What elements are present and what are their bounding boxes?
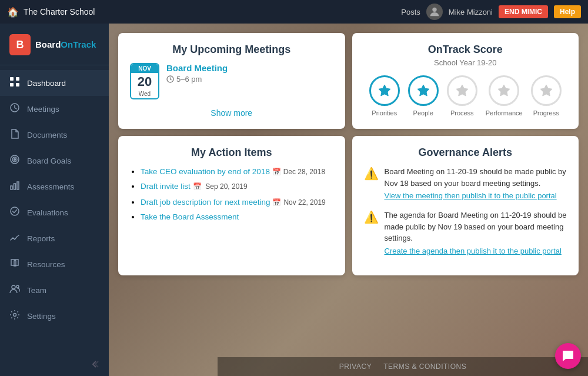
score-circle-people — [408, 75, 439, 106]
score-item-process: Process — [447, 75, 477, 117]
svg-marker-20 — [417, 85, 429, 96]
chat-icon — [562, 350, 574, 362]
sidebar-item-settings[interactable]: Settings — [0, 303, 109, 329]
user-name[interactable]: Mike Mizzoni — [449, 8, 493, 16]
gear-icon — [9, 310, 20, 322]
star-empty-3 — [455, 84, 469, 98]
chart-bar-icon — [9, 180, 20, 193]
warning-icon-1: ⚠️ — [364, 167, 379, 200]
svg-text:B: B — [16, 39, 24, 51]
ontrack-score-card: OnTrack Score School Year 19-20 Prioriti… — [352, 33, 579, 129]
alert-link-2[interactable]: Create the agenda then publish it to the… — [385, 247, 567, 255]
calendar-icon-3: 📅 — [272, 198, 281, 207]
upcoming-meetings-card: My Upcoming Meetings NOV 20 Wed Board Me… — [118, 33, 345, 129]
alert-item-2: ⚠️ The agenda for Board Meeting on 11-20… — [364, 209, 567, 255]
action-items-title: My Action Items — [130, 147, 333, 159]
sidebar-item-evaluations[interactable]: Evaluations — [0, 199, 109, 225]
score-circle-progress — [531, 75, 562, 106]
score-item-performance: Performance — [486, 75, 523, 117]
score-item-priorities: Priorities — [369, 75, 400, 117]
top-nav-right: Posts Mike Mizzoni END MIMIC Help — [401, 4, 581, 20]
sidebar-item-assessments[interactable]: Assessments — [0, 174, 109, 199]
svg-marker-23 — [540, 85, 552, 96]
ontrack-score-title: OnTrack Score — [364, 44, 567, 56]
logo-icon: B — [9, 34, 31, 55]
sidebar-label-team: Team — [27, 286, 46, 295]
svg-rect-3 — [10, 77, 14, 81]
posts-link[interactable]: Posts — [401, 8, 420, 16]
sidebar-item-meetings[interactable]: Meetings — [0, 96, 109, 122]
action-items-card: My Action Items Take CEO evaluation by e… — [118, 136, 345, 275]
cal-month: NOV — [131, 64, 158, 73]
users-icon — [9, 284, 20, 297]
help-button[interactable]: Help — [554, 5, 581, 18]
score-label-people: People — [413, 109, 433, 117]
logo-area: B BoardOnTrack — [0, 29, 109, 65]
score-label-performance: Performance — [486, 109, 523, 117]
content-area: My Upcoming Meetings NOV 20 Wed Board Me… — [109, 24, 588, 376]
action-link-4[interactable]: Take the Board Assessment — [141, 212, 239, 221]
top-nav-left: 🏠 The Charter School — [7, 6, 95, 18]
sidebar: B BoardOnTrack Dashboard Meetings — [0, 24, 109, 376]
main-layout: B BoardOnTrack Dashboard Meetings — [0, 24, 588, 376]
avatar — [426, 4, 443, 20]
top-navigation: 🏠 The Charter School Posts Mike Mizzoni … — [0, 0, 588, 24]
score-label-priorities: Priorities — [372, 109, 397, 117]
action-date-text-2: Sep 20, 2019 — [205, 182, 247, 191]
chat-bubble-button[interactable] — [555, 343, 581, 369]
sidebar-label-board-goals: Board Goals — [27, 157, 71, 165]
svg-point-15 — [12, 285, 15, 289]
sidebar-label-documents: Documents — [27, 131, 67, 139]
clock-icon — [9, 102, 20, 115]
sidebar-item-dashboard[interactable]: Dashboard — [0, 70, 109, 96]
terms-link[interactable]: TERMS & CONDITIONS — [383, 362, 466, 371]
meeting-item: NOV 20 Wed Board Meeting 5–6 pm — [130, 63, 333, 99]
alert-content-1: Board Meeting on 11-20-19 should be made… — [385, 166, 567, 200]
alert-link-1[interactable]: View the meeting then publish it to the … — [385, 191, 567, 200]
calendar-badge: NOV 20 Wed — [130, 63, 159, 99]
governance-alerts-card: Governance Alerts ⚠️ Board Meeting on 11… — [352, 136, 579, 275]
svg-point-16 — [16, 285, 19, 288]
collapse-sidebar-button[interactable] — [0, 352, 109, 376]
score-item-progress: Progress — [531, 75, 562, 117]
action-date-text-1: Dec 28, 2018 — [283, 168, 325, 176]
target-icon — [9, 154, 20, 167]
alert-text-2: The agenda for Board Meeting on 11-20-19… — [385, 211, 567, 242]
meeting-details: Board Meeting 5–6 pm — [166, 63, 333, 84]
sidebar-item-resources[interactable]: Resources — [0, 251, 109, 277]
score-item-people: People — [408, 75, 439, 117]
action-link-1[interactable]: Take CEO evaluation by end of 2018 — [141, 167, 270, 176]
privacy-link[interactable]: PRIVACY — [339, 362, 372, 371]
school-name: The Charter School — [24, 7, 95, 16]
list-item: Draft job description for next meeting 📅… — [141, 197, 333, 207]
governance-alerts-title: Governance Alerts — [364, 147, 567, 159]
action-link-3[interactable]: Draft job description for next meeting — [141, 198, 270, 207]
home-icon[interactable]: 🏠 — [7, 6, 19, 18]
list-item: Take the Board Assessment — [141, 212, 333, 221]
svg-rect-12 — [14, 184, 16, 189]
sidebar-item-board-goals[interactable]: Board Goals — [0, 148, 109, 174]
end-mimic-button[interactable]: END MIMIC — [499, 5, 548, 18]
star-empty-5 — [539, 84, 553, 98]
list-item: Draft invite list 📅 Sep 20, 2019 — [141, 182, 333, 191]
sidebar-item-team[interactable]: Team — [0, 277, 109, 303]
sidebar-item-documents[interactable]: Documents — [0, 122, 109, 148]
sidebar-label-settings: Settings — [27, 312, 56, 321]
clock-small-icon — [166, 75, 174, 83]
alert-text-1: Board Meeting on 11-20-19 should be made… — [385, 167, 566, 188]
meeting-title[interactable]: Board Meeting — [166, 63, 333, 73]
calendar-icon-2: 📅 — [193, 182, 202, 191]
show-more[interactable]: Show more — [130, 108, 333, 118]
svg-marker-22 — [498, 85, 510, 96]
svg-rect-4 — [16, 77, 19, 81]
check-circle-icon — [9, 206, 20, 219]
sidebar-label-dashboard: Dashboard — [27, 79, 66, 88]
show-more-link[interactable]: Show more — [211, 108, 252, 118]
sidebar-label-meetings: Meetings — [27, 105, 59, 114]
sidebar-label-resources: Resources — [27, 260, 65, 269]
alert-content-2: The agenda for Board Meeting on 11-20-19… — [385, 209, 567, 255]
nav-items: Dashboard Meetings Documents — [0, 65, 109, 352]
sidebar-item-reports[interactable]: Reports — [0, 225, 109, 251]
action-link-2[interactable]: Draft invite list — [141, 182, 191, 191]
ontrack-score-subtitle: School Year 19-20 — [364, 58, 567, 67]
